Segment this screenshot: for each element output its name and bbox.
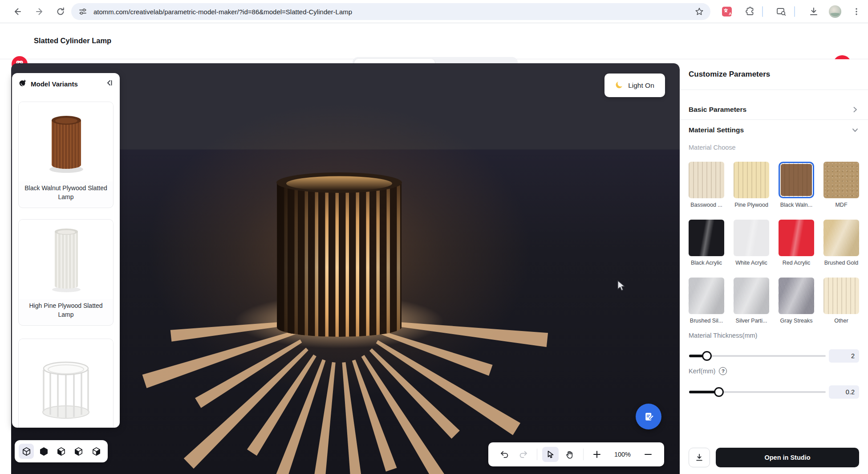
material-name: Pine Plywood [734, 202, 768, 208]
light-toggle-button[interactable]: Light On [604, 74, 665, 97]
panel-title: Customize Parameters [689, 70, 770, 79]
material-red-acrylic[interactable]: Red Acrylic [779, 220, 814, 266]
toolbar-separator [762, 6, 763, 17]
material-swatch[interactable] [734, 162, 769, 198]
thickness-slider[interactable] [689, 351, 826, 361]
slider-handle[interactable] [714, 387, 724, 397]
material-swatch[interactable] [823, 278, 859, 314]
material-swatch-grid: Basswood ... Pine Plywood Black Waln... … [689, 162, 859, 324]
forward-icon[interactable] [32, 4, 46, 19]
mouse-cursor [616, 279, 627, 292]
divider [680, 119, 868, 120]
undo-icon[interactable] [496, 447, 513, 462]
material-swatch[interactable] [823, 162, 859, 198]
address-bar[interactable]: atomm.com/creativelab/parametric-model-m… [71, 3, 710, 20]
extensions-puzzle-icon[interactable] [742, 4, 756, 19]
toolbar-separator [537, 449, 537, 460]
section-material-settings[interactable]: Material Settings [689, 120, 859, 140]
kerf-label-text: Kerf(mm) [689, 368, 715, 375]
view-mode-cube-wireframe[interactable] [19, 444, 34, 459]
view-mode-cube-top-left-faces[interactable] [71, 444, 86, 459]
download-icon [695, 453, 704, 462]
capture-search-icon[interactable] [774, 4, 788, 19]
material-brushed-gold[interactable]: Brushed Gold [823, 220, 859, 266]
material-swatch[interactable] [734, 220, 769, 256]
material-name: Black Acrylic [691, 260, 722, 266]
translate-extension-icon[interactable]: A [720, 4, 734, 19]
material-name: Brushed Gold [824, 260, 858, 266]
material-basswood[interactable]: Basswood ... [689, 162, 724, 208]
material-swatch[interactable] [689, 220, 724, 256]
material-name: Red Acrylic [783, 260, 811, 266]
kerf-slider[interactable] [689, 387, 826, 397]
panel-actions: Open in Studio [689, 448, 859, 467]
kerf-value[interactable]: 0.2 [829, 385, 859, 399]
zoom-out-icon[interactable] [640, 447, 657, 462]
material-swatch[interactable] [689, 162, 724, 198]
url-text[interactable]: atomm.com/creativelab/parametric-model-m… [93, 8, 352, 16]
material-pine-plywood[interactable]: Pine Plywood [734, 162, 769, 208]
browser-toolbar: atomm.com/creativelab/parametric-model-m… [0, 0, 868, 23]
download-button[interactable] [689, 448, 710, 467]
view-mode-cube-left-face[interactable] [54, 444, 69, 459]
material-swatch[interactable] [779, 220, 814, 256]
back-icon[interactable] [11, 4, 25, 19]
help-icon[interactable]: ? [719, 367, 727, 375]
material-name: White Acrylic [735, 260, 767, 266]
moon-icon [615, 80, 624, 91]
material-silver-particles[interactable]: Silver Parti... [734, 278, 769, 324]
site-info-icon[interactable] [78, 7, 87, 16]
sphere-sparkle-icon [18, 78, 27, 89]
variant-card-black-walnut[interactable]: Black Walnut Plywood Slatted Lamp [18, 102, 114, 208]
zoom-in-icon[interactable] [588, 447, 605, 462]
app-root: atomm.com/creativelab/parametric-model-m… [0, 0, 868, 474]
divider [680, 90, 868, 90]
app-header: Slatted Cylinder Lamp Assembly View Flat… [0, 23, 868, 59]
material-other[interactable]: Other [823, 278, 859, 324]
material-white-acrylic[interactable]: White Acrylic [734, 220, 769, 266]
view-mode-cube-solid[interactable] [36, 444, 51, 459]
model-variants-title: Model Variants [31, 80, 102, 88]
material-swatch[interactable] [823, 220, 859, 256]
material-gray-streaks[interactable]: Gray Streaks [779, 278, 814, 324]
model-variants-panel: Model Variants Black Walnut Plywood Slat… [12, 73, 120, 428]
variant-card-high-pine[interactable]: High Pine Plywood Slatted Lamp [18, 219, 114, 326]
menu-kebab-icon[interactable] [849, 4, 864, 19]
hand-pan-tool[interactable] [561, 447, 578, 462]
collapse-panel-icon[interactable] [105, 79, 114, 89]
material-name: Black Waln... [780, 202, 812, 208]
edit-note-fab[interactable] [636, 404, 661, 429]
variant-thumbnail [19, 339, 113, 428]
profile-avatar[interactable] [828, 4, 842, 19]
material-swatch[interactable] [689, 278, 724, 314]
thickness-value[interactable]: 2 [829, 349, 859, 363]
section-label: Basic Parameters [689, 106, 746, 114]
chevron-down-icon [851, 126, 859, 134]
material-brushed-silver[interactable]: Brushed Sil... [689, 278, 724, 324]
material-name: Basswood ... [690, 202, 722, 208]
downloads-icon[interactable] [807, 4, 821, 19]
material-black-acrylic[interactable]: Black Acrylic [689, 220, 724, 266]
redo-icon[interactable] [515, 447, 532, 462]
material-black-walnut[interactable]: Black Waln... [779, 162, 814, 208]
material-swatch-selected[interactable] [779, 162, 814, 198]
zoom-level[interactable]: 100% [612, 451, 632, 458]
material-name: MDF [835, 202, 847, 208]
view-mode-cube-right-face[interactable] [89, 444, 104, 459]
select-cursor-tool[interactable] [542, 447, 559, 462]
slider-handle[interactable] [702, 351, 712, 361]
reload-icon[interactable] [53, 4, 68, 19]
variant-card-wireframe[interactable] [18, 339, 114, 428]
open-in-studio-button[interactable]: Open in Studio [716, 448, 859, 467]
material-name: Silver Parti... [736, 318, 767, 324]
section-basic-parameters[interactable]: Basic Parameters [689, 100, 859, 119]
material-name: Gray Streaks [780, 318, 813, 324]
material-mdf[interactable]: MDF [823, 162, 859, 208]
bookmark-star-icon[interactable] [694, 7, 704, 16]
model-variants-header: Model Variants [12, 73, 120, 94]
material-swatch[interactable] [779, 278, 814, 314]
variant-label: Black Walnut Plywood Slatted Lamp [19, 181, 113, 208]
material-swatch[interactable] [734, 278, 769, 314]
material-choose-label: Material Choose [689, 144, 736, 151]
note-pencil-icon [643, 411, 655, 423]
